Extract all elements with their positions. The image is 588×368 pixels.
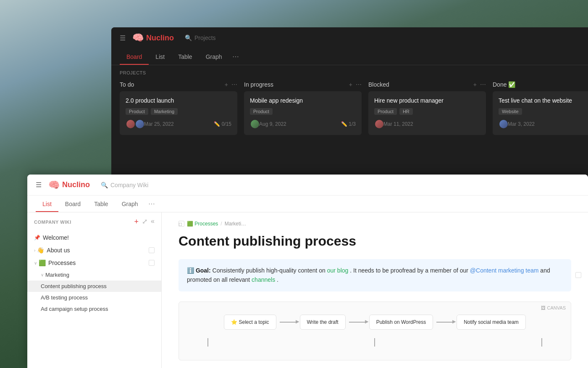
more-tabs-icon[interactable]: ⋯ <box>229 48 242 65</box>
card-product-launch-footer: Mar 25, 2022 ✏️ 0/15 <box>126 119 231 129</box>
search-placeholder: Projects <box>194 34 216 41</box>
sidebar-welcome-label: Welcome! <box>43 234 69 241</box>
sidebar-item-ab-testing[interactable]: A/B testing process <box>27 292 161 303</box>
add-blocked-button[interactable]: + <box>473 81 477 88</box>
column-inprogress-header: In progress + ⋯ <box>244 78 362 91</box>
wiki-window: ☰ 🧠 Nuclino 🔍 Company Wiki List Board Ta… <box>27 175 588 368</box>
card-hire-pm-title: Hire new product manager <box>374 97 480 104</box>
blocked-more-icon[interactable]: ⋯ <box>480 81 486 88</box>
collapse-icon[interactable]: « <box>151 217 155 226</box>
link-blog[interactable]: our blog <box>327 267 349 274</box>
card-check: ✏️ 1/3 <box>341 121 356 127</box>
info-text-2: . It needs to be proofread by a member o… <box>350 267 470 274</box>
tag-product: Product <box>250 108 273 115</box>
sidebar-item-aboutus[interactable]: › 👋 About us <box>27 244 161 257</box>
card-mobile-redesign-tags: Product <box>250 108 356 115</box>
flow-arrow-1 <box>276 322 300 323</box>
card-product-launch[interactable]: 2.0 product launch Product Marketing Mar… <box>120 91 237 135</box>
wiki-tab-graph[interactable]: Graph <box>115 196 145 212</box>
projects-search[interactable]: 🔍 Projects <box>185 34 216 41</box>
sidebar-section-label: COMPANY WIKI <box>34 220 71 225</box>
breadcrumb-marketi[interactable]: Marketi… <box>225 221 246 227</box>
kanban-board: To do + ⋯ 2.0 product launch Product Mar… <box>111 78 588 139</box>
expand-icon[interactable]: ⤢ <box>142 217 147 226</box>
processes-icon: 🟩 <box>39 259 46 266</box>
sidebar-ad-campaign-label: Ad campaign setup process <box>41 306 108 312</box>
card-live-chat[interactable]: Test live chat on the website Website Ma… <box>493 91 588 135</box>
breadcrumb-processes[interactable]: 🟩 Processes <box>187 221 218 227</box>
wiki-tab-board[interactable]: Board <box>58 196 87 212</box>
wiki-hamburger-icon[interactable]: ☰ <box>36 181 42 189</box>
wiki-main-content: □ 🟩 Processes / Marketi… Content publish… <box>162 212 588 368</box>
wiki-tab-list[interactable]: List <box>36 196 58 212</box>
flow-step-4: Notify social media team <box>457 315 526 330</box>
wiki-tabs: List Board Table Graph ⋯ <box>27 196 588 212</box>
chevron-down-icon: ∨ <box>34 261 37 265</box>
wiki-sidebar: COMPANY WIKI + ⤢ « 📌 Welcome! › 👋 About … <box>27 212 162 368</box>
projects-section-label: PROJECTS <box>111 65 588 78</box>
pin-icon: 📌 <box>34 235 40 241</box>
card-mobile-redesign[interactable]: Mobile app redesign Product Aug 9, 2022 … <box>244 91 362 135</box>
connector-down-2 <box>374 338 375 347</box>
column-todo: To do + ⋯ 2.0 product launch Product Mar… <box>120 78 237 139</box>
avatar <box>135 119 145 129</box>
card-date: Mar 3, 2022 <box>508 121 535 127</box>
wiki-search[interactable]: 🔍 Company Wiki <box>101 182 148 188</box>
wiki-body: COMPANY WIKI + ⤢ « 📌 Welcome! › 👋 About … <box>27 212 588 368</box>
tab-table[interactable]: Table <box>171 49 199 64</box>
flow-box-2[interactable]: Write the draft <box>300 315 346 330</box>
flow-box-3[interactable]: Publish on WordPress <box>369 315 433 330</box>
connector-down-3 <box>541 338 542 347</box>
flow-arrow-3 <box>433 322 457 323</box>
wiki-tab-table[interactable]: Table <box>87 196 115 212</box>
wiki-more-tabs-icon[interactable]: ⋯ <box>145 196 158 212</box>
sidebar-item-welcome[interactable]: 📌 Welcome! <box>27 231 161 244</box>
connector-down-1 <box>207 338 208 347</box>
wiki-header: ☰ 🧠 Nuclino 🔍 Company Wiki <box>27 175 588 196</box>
arrow-line-2 <box>349 322 366 323</box>
search-icon-light: 🔍 <box>101 182 108 188</box>
inprogress-more-icon[interactable]: ⋯ <box>356 81 362 88</box>
todo-more-icon[interactable]: ⋯ <box>231 81 237 88</box>
sidebar-item-marketing[interactable]: ∨ Marketing <box>27 269 161 281</box>
link-content-team[interactable]: @Content marketing team <box>470 267 539 274</box>
flow-step-1: ⭐ Select a topic <box>224 315 276 330</box>
flow-box-4[interactable]: Notify social media team <box>457 315 526 330</box>
flow-arrow-2 <box>346 322 369 323</box>
arrow-line-1 <box>280 322 297 323</box>
processes-checkbox[interactable] <box>149 260 155 266</box>
column-done-title: Done ✅ <box>493 81 515 88</box>
page-title: Content publishing process <box>178 233 571 249</box>
tag-website: Website <box>499 108 522 115</box>
brain-icon: 🧠 <box>132 32 144 43</box>
column-inprogress: In progress + ⋯ Mobile app redesign Prod… <box>244 78 362 139</box>
sidebar-processes-label: Processes <box>48 259 76 266</box>
sidebar-item-ad-campaign[interactable]: Ad campaign setup process <box>27 303 161 315</box>
projects-header: ☰ 🧠 Nuclino 🔍 Projects <box>111 27 588 48</box>
add-inprogress-button[interactable]: + <box>349 81 352 88</box>
aboutus-checkbox[interactable] <box>149 247 155 253</box>
breadcrumb-sep: / <box>220 221 222 227</box>
flow-step-3: Publish on WordPress <box>369 315 433 330</box>
brain-icon-light: 🧠 <box>48 180 60 191</box>
link-channels[interactable]: channels <box>252 276 275 283</box>
sidebar-ab-testing-label: A/B testing process <box>41 294 88 301</box>
hamburger-icon[interactable]: ☰ <box>120 34 126 42</box>
wiki-logo: 🧠 Nuclino <box>48 180 90 191</box>
card-mobile-redesign-footer: Aug 9, 2022 ✏️ 1/3 <box>250 119 356 129</box>
card-date: Mar 11, 2022 <box>383 121 413 127</box>
tab-list[interactable]: List <box>149 49 171 64</box>
tab-board[interactable]: Board <box>120 49 149 64</box>
add-item-button[interactable]: + <box>134 217 139 226</box>
tag-hr: HR <box>399 108 413 115</box>
add-todo-button[interactable]: + <box>225 81 228 88</box>
flow-box-1[interactable]: ⭐ Select a topic <box>224 315 276 330</box>
sidebar-item-content-publishing[interactable]: Content publishing process <box>27 281 161 292</box>
card-live-chat-footer: Mar 3, 2022 ✏️ 7/7 <box>499 119 588 129</box>
avatar <box>374 119 384 129</box>
card-hire-pm[interactable]: Hire new product manager Product HR Mar … <box>368 91 486 135</box>
tab-graph[interactable]: Graph <box>199 49 229 64</box>
card-date: Aug 9, 2022 <box>259 121 286 127</box>
sidebar-item-processes[interactable]: ∨ 🟩 Processes <box>27 257 161 269</box>
wiki-search-placeholder: Company Wiki <box>110 182 148 188</box>
